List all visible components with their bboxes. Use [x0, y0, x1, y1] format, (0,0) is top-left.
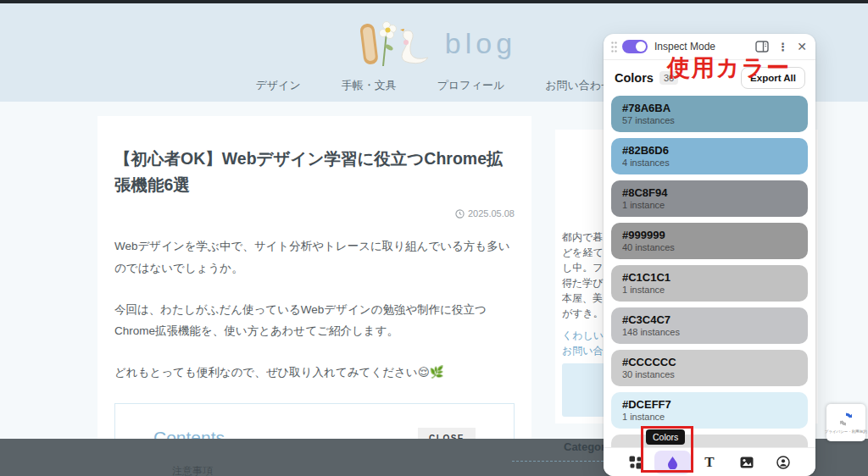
sidebar-dashed-divider [512, 461, 604, 462]
colors-tab-tooltip: Colors [646, 429, 685, 445]
nav-item-4[interactable]: お問い合わせ [545, 78, 612, 93]
nav-item-1[interactable]: デザイン [256, 78, 301, 93]
swatch-hex-label: #78A6BA [622, 102, 797, 114]
article-body: Webデザインを学ぶ中で、サイト分析やトレースに取り組んでいる方も多いのではない… [114, 235, 515, 383]
swatch-hex-label: #C3C4C7 [622, 313, 797, 326]
annotation-red-text: 使用カラー [667, 53, 791, 83]
swatch-hex-label: #C1C1C1 [622, 271, 797, 284]
color-inspector-panel: Inspect Mode ⋮ ✕ Colors 36 Export All #7… [604, 34, 815, 476]
swatch-instance-count: 1 instance [622, 412, 797, 422]
article-paragraph: Webデザインを学ぶ中で、サイト分析やトレースに取り組んでいる方も多いのではない… [114, 235, 515, 279]
swatch-hex-label: #DCEFF7 [622, 398, 797, 411]
panel-close-icon[interactable]: ✕ [797, 40, 807, 53]
swatch-instance-count: 57 instances [622, 115, 797, 125]
color-swatch[interactable]: #C3C4C7148 instances [611, 307, 808, 344]
kebab-menu-icon[interactable]: ⋮ [777, 42, 788, 53]
color-swatch[interactable]: #99999940 instances [611, 223, 808, 259]
color-swatch[interactable]: #8C8F941 instance [611, 180, 808, 217]
color-swatch-list: #78A6BA57 instances#82B6D64 instances#8C… [604, 96, 815, 448]
screen: blog デザイン手帳・文具プロフィールお問い合わせ 【初心者OK】Webデザイ… [0, 0, 868, 476]
image-icon [740, 457, 754, 468]
color-swatch[interactable]: #78A6BA57 instances [611, 96, 808, 132]
article-paragraph: どれもとっても便利なので、ぜひ取り入れてみてください😌🌿 [114, 362, 515, 384]
swatch-hex-label: #8C8F94 [622, 186, 797, 199]
article-paragraph: 今回は、わたしがふだん使っているWebデザインの勉強や制作に役立つChrome拡… [114, 299, 515, 342]
article-title: 【初心者OK】Webデザイン学習に役立つChrome拡張機能6選 [114, 146, 515, 198]
inspect-mode-toggle[interactable] [622, 40, 648, 53]
recaptcha-icon [838, 412, 854, 427]
logo-text: blog [445, 27, 516, 60]
recaptcha-label: プライバシー・利用規約 [825, 429, 867, 433]
swatch-hex-label: #999999 [622, 229, 797, 241]
article-card: 【初心者OK】Webデザイン学習に役立つChrome拡張機能6選 2025.05… [97, 116, 531, 476]
side-panel-icon[interactable] [755, 41, 769, 53]
tab-account[interactable] [765, 451, 802, 474]
color-swatch[interactable]: #DCEFF71 instance [611, 392, 808, 429]
inspect-mode-label: Inspect Mode [654, 41, 747, 53]
typography-icon: T [704, 454, 714, 471]
color-swatch[interactable]: #CCCCCC30 instances [611, 350, 808, 386]
color-swatch[interactable]: #82B6D64 instances [611, 138, 808, 174]
recaptcha-badge[interactable]: プライバシー・利用規約 [826, 404, 865, 441]
tab-typography[interactable]: T [691, 451, 728, 474]
person-icon [776, 456, 790, 469]
nav-item-3[interactable]: プロフィール [437, 78, 505, 93]
swatch-instance-count: 30 instances [622, 369, 797, 379]
contents-item-faint: 注意事項 [172, 464, 213, 476]
swatch-instance-count: 4 instances [622, 158, 797, 168]
tab-assets[interactable] [728, 451, 765, 474]
article-date: 2025.05.08 [468, 208, 515, 219]
date-row: 2025.05.08 [114, 208, 515, 219]
panel-toolbar: T [604, 447, 815, 476]
swatch-instance-count: 1 instance [622, 200, 797, 210]
color-swatch[interactable]: #C1C1C11 instance [611, 265, 808, 302]
swatch-instance-count: 1 instance [622, 285, 797, 295]
clock-icon [455, 209, 465, 219]
nav-item-2[interactable]: 手帳・文具 [342, 78, 397, 93]
swatch-hex-label: #CCCCCC [622, 356, 797, 368]
swatch-instance-count: 40 instances [622, 242, 797, 252]
swatch-hex-label: #82B6D6 [622, 144, 797, 157]
logo-illustration-icon [352, 15, 437, 71]
swatch-instance-count: 148 instances [622, 327, 797, 337]
drag-handle-icon[interactable] [611, 42, 617, 53]
colors-heading: Colors [615, 71, 654, 85]
